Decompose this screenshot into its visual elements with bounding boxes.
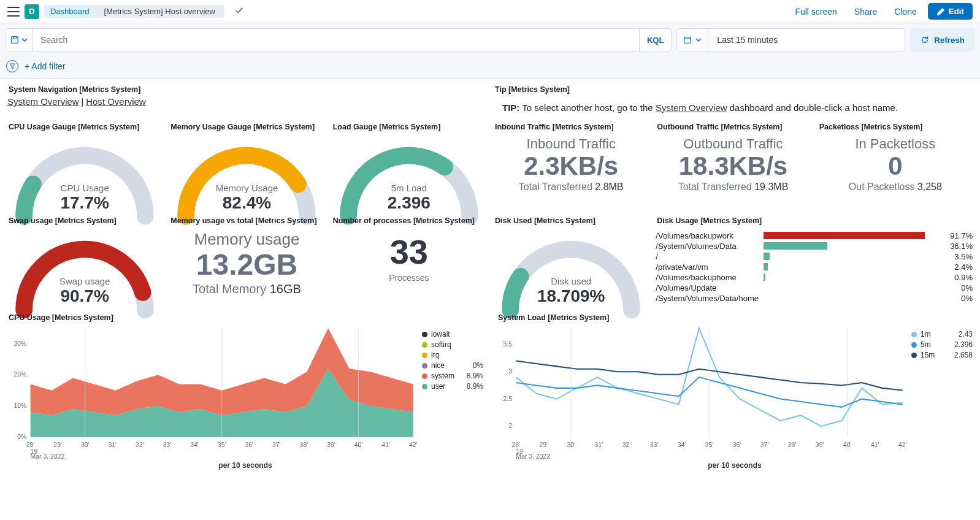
- cpu-gauge: CPU Usage17.7%: [7, 134, 162, 213]
- disk-pct: 3.5%: [943, 252, 973, 261]
- swap-gauge: Swap usage90.7%: [7, 228, 162, 307]
- time-range-label[interactable]: Last 15 minutes: [708, 29, 905, 51]
- disk-bar: [764, 273, 940, 281]
- system-overview-link[interactable]: System Overview: [7, 96, 79, 107]
- legend-dot: [911, 342, 917, 348]
- legend-item[interactable]: softirq: [422, 340, 483, 349]
- svg-text:41': 41': [871, 442, 879, 448]
- svg-text:2.5: 2.5: [503, 396, 513, 402]
- host-overview-link[interactable]: Host Overview: [86, 96, 146, 107]
- legend-item[interactable]: irq: [422, 351, 483, 359]
- stat-value: 2.3KB/s: [494, 152, 648, 180]
- disk-mount: /System/Volumes/Data/home: [656, 294, 760, 303]
- disk-bar: [764, 232, 940, 239]
- svg-text:35': 35': [218, 442, 226, 448]
- svg-text:10%: 10%: [13, 402, 26, 409]
- load-chart-legend: 1m2.435m2.39615m2.658: [911, 324, 973, 459]
- chevron-down-icon: [21, 37, 28, 43]
- clone-link[interactable]: Clone: [888, 3, 923, 20]
- disk-pct: 91.7%: [943, 231, 973, 240]
- disk-usage-row: /private/var/vm2.4%: [656, 262, 973, 272]
- legend-value: 8.9%: [467, 372, 483, 380]
- kql-toggle[interactable]: KQL: [639, 29, 671, 51]
- disk-mount: /Volumes/backupwork: [656, 231, 760, 240]
- tip-system-overview-link[interactable]: System Overview: [656, 102, 727, 113]
- tip-before: To select another host, go to the: [519, 102, 656, 113]
- chevron-down-icon: [695, 37, 702, 43]
- disk-pct: 36.1%: [943, 242, 973, 251]
- panel-title: Packetloss [Metrics System]: [818, 119, 973, 134]
- panel-title: Number of processes [Metrics System]: [332, 213, 486, 228]
- svg-text:28': 28': [26, 442, 35, 448]
- share-link[interactable]: Share: [848, 3, 883, 20]
- legend-item[interactable]: 1m2.43: [911, 330, 973, 338]
- svg-text:38': 38': [788, 442, 797, 448]
- disk-pct: 2.4%: [943, 262, 973, 272]
- legend-item[interactable]: 15m2.658: [911, 351, 973, 359]
- legend-name: irq: [431, 351, 439, 359]
- stat-label: In Packetloss: [818, 136, 973, 152]
- svg-text:41': 41': [381, 442, 390, 448]
- svg-text:34': 34': [678, 442, 686, 448]
- legend-item[interactable]: 5m2.396: [911, 340, 973, 349]
- legend-value: 0%: [473, 361, 483, 370]
- panel-title: Disk Usage [Metrics System]: [656, 213, 973, 228]
- svg-text:34': 34': [190, 442, 199, 448]
- panel-title: CPU Usage Gauge [Metrics System]: [7, 119, 162, 134]
- disk-bar: [764, 242, 940, 250]
- legend-name: 15m: [921, 351, 935, 359]
- fullscreen-link[interactable]: Full screen: [789, 3, 843, 20]
- svg-text:29': 29': [53, 442, 62, 448]
- legend-name: 5m: [921, 340, 931, 349]
- disk-pct: 0.9%: [943, 273, 973, 282]
- panel-title: Outbound Traffic [Metrics System]: [656, 119, 810, 134]
- stat-value: 0: [818, 152, 973, 180]
- legend-item[interactable]: user8.9%: [422, 382, 483, 391]
- legend-item[interactable]: nice0%: [422, 361, 483, 370]
- saved-query-button[interactable]: [6, 29, 33, 51]
- stat-label: Outbound Traffic: [656, 136, 810, 152]
- disk-usage-row: /System/Volumes/Data/home0%: [656, 294, 973, 303]
- disk-mount: /Volumes/backuphome: [656, 273, 760, 282]
- panel-title: Load Gauge [Metrics System]: [332, 119, 486, 134]
- legend-dot: [911, 353, 917, 358]
- disk-pct: 0%: [943, 294, 973, 303]
- refresh-button[interactable]: Refresh: [910, 28, 975, 52]
- query-bar: KQL: [5, 28, 672, 52]
- app-badge[interactable]: D: [25, 4, 39, 19]
- stat-sub: Total Transferred 2.8MB: [494, 182, 648, 193]
- search-input[interactable]: [33, 29, 639, 51]
- disk-mount: /private/var/vm: [656, 262, 760, 272]
- nav-toggle[interactable]: [7, 7, 20, 17]
- legend-dot: [911, 332, 917, 337]
- time-picker[interactable]: Last 15 minutes: [676, 28, 905, 52]
- x-axis-label: per 10 seconds: [497, 459, 973, 470]
- svg-text:37': 37': [272, 442, 281, 448]
- legend-name: user: [431, 382, 445, 391]
- breadcrumb-dashboard[interactable]: Dashboard: [44, 5, 98, 18]
- legend-name: system: [431, 372, 454, 380]
- svg-text:39': 39': [327, 442, 335, 448]
- edit-button[interactable]: Edit: [928, 3, 973, 20]
- disk-usage-row: /Volumes/backupwork91.7%: [656, 231, 973, 240]
- memory-gauge: Memory Usage82.4%: [169, 134, 324, 213]
- disk-bar: [764, 294, 940, 302]
- svg-text:36': 36': [733, 442, 741, 448]
- filter-options-icon[interactable]: [6, 60, 18, 72]
- legend-item[interactable]: system8.9%: [422, 372, 483, 380]
- legend-dot: [422, 373, 427, 379]
- quick-select-button[interactable]: [677, 29, 708, 51]
- svg-text:0%: 0%: [17, 434, 26, 440]
- disk-bar: [764, 263, 940, 270]
- svg-rect-0: [12, 37, 18, 44]
- svg-text:3.5: 3.5: [503, 341, 513, 348]
- svg-text:Mar 3, 2022: Mar 3, 2022: [31, 453, 65, 459]
- svg-text:35': 35': [705, 442, 714, 448]
- disk-usage-row: /Volumes/Update0%: [656, 283, 973, 292]
- panel-title: Memory usage vs total [Metrics System]: [169, 213, 324, 228]
- add-filter-button[interactable]: + Add filter: [25, 61, 66, 71]
- legend-value: 2.658: [954, 351, 973, 359]
- edit-button-label: Edit: [949, 7, 964, 16]
- legend-item[interactable]: iowait: [422, 330, 483, 338]
- calendar-icon: [683, 36, 692, 44]
